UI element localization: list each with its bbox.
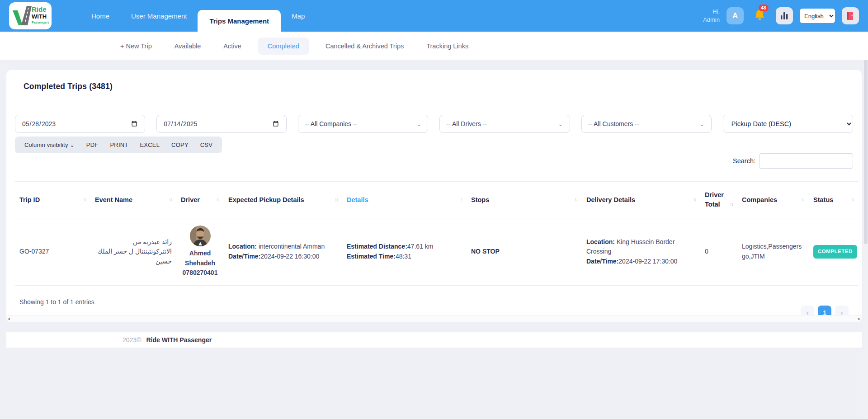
tab-available[interactable]: Available [168, 38, 208, 55]
sort-icon[interactable]: ↑↓ [851, 196, 854, 203]
trips-table: Trip ID↑↓ Event Name↑↓ Driver↑↓ Expected… [15, 181, 859, 286]
est-distance-label: Estimated Distance: [347, 243, 407, 250]
export-toolbar: Column visibility⌄ PDF PRINT EXCEL COPY … [15, 137, 853, 153]
logout-button[interactable] [842, 7, 859, 24]
search-row: Search: [15, 153, 853, 169]
sort-icon[interactable]: ↑↓ [801, 196, 804, 203]
date-from-input[interactable] [15, 115, 145, 133]
pdf-button[interactable]: PDF [80, 139, 104, 151]
page-title: Completed Trips (3481) [24, 82, 853, 91]
driver-photo-image [190, 226, 211, 246]
sort-icon[interactable]: ↑↓ [169, 196, 172, 203]
delivery-datetime-label: Date/Time: [586, 258, 618, 265]
col-header-companies[interactable]: Companies↑↓ [737, 182, 809, 218]
delivery-details-cell: Location: King Hussein Border Crossing D… [582, 218, 700, 286]
chevron-down-icon: ⌄ [699, 121, 705, 127]
table-footer: Showing 1 to 1 of 1 entries ‹ 1 › [15, 286, 853, 319]
tab-cancelled-archived[interactable]: Cancelled & Archived Trips [319, 38, 410, 55]
pickup-datetime-label: Date/Time: [228, 253, 260, 260]
date-to-input[interactable] [156, 115, 287, 133]
scroll-left-arrow-icon[interactable]: ◂ [8, 317, 10, 321]
excel-button[interactable]: EXCEL [134, 139, 165, 151]
chevron-down-icon: ⌄ [558, 121, 563, 127]
col-header-expected-pickup[interactable]: Expected Pickup Details↑↓ [224, 182, 342, 218]
col-header-details[interactable]: Details↑ [342, 182, 467, 218]
svg-text:Passengers: Passengers [32, 21, 49, 24]
user-avatar[interactable]: A [726, 7, 744, 24]
tab-tracking-links[interactable]: Tracking Links [420, 38, 475, 55]
notification-count-badge: 48 [759, 5, 769, 12]
top-navbar: Ride WITH Passengers Home User Managemen… [0, 0, 868, 32]
delivery-datetime-value: 2024-09-22 17:30:00 [618, 258, 677, 265]
sort-icon[interactable]: ↑↓ [693, 196, 696, 203]
vertical-scrollbar[interactable] [863, 32, 868, 419]
horizontal-scrollbar[interactable]: ◂ ▸ [6, 315, 862, 322]
app-logo[interactable]: Ride WITH Passengers [9, 2, 52, 29]
nav-item-home[interactable]: Home [80, 0, 120, 32]
sort-order-select[interactable]: Pickup Date (DESC) [723, 115, 853, 133]
driver-cell: Ahmed Shehadeh 0780270401 [176, 218, 224, 286]
filters-row: -- All Companies -- ⌄ -- All Drivers -- … [15, 115, 853, 133]
tab-completed[interactable]: Completed [258, 38, 309, 55]
column-visibility-button[interactable]: Column visibility⌄ [19, 139, 80, 151]
nav-item-trips-management[interactable]: Trips Management [198, 10, 281, 32]
trips-table-wrap: Trip ID↑↓ Event Name↑↓ Driver↑↓ Expected… [15, 181, 853, 286]
col-header-driver[interactable]: Driver↑↓ [176, 182, 224, 218]
scroll-right-arrow-icon[interactable]: ▸ [858, 317, 860, 321]
sort-asc-icon[interactable]: ↑ [461, 196, 462, 203]
language-select[interactable]: English [800, 9, 835, 23]
customers-filter-dropdown[interactable]: -- All Customers -- ⌄ [581, 115, 712, 133]
search-input[interactable] [759, 153, 853, 169]
topbar-right-cluster: Hi, Admin A 48 English [703, 0, 859, 32]
scrollbar-thumb[interactable] [864, 32, 868, 244]
completed-trips-card: Completed Trips (3481) -- All Companies … [6, 70, 862, 322]
col-header-status[interactable]: Status↑↓ [809, 182, 859, 218]
search-label: Search: [733, 157, 755, 165]
col-header-trip-id[interactable]: Trip ID↑↓ [15, 182, 90, 218]
csv-button[interactable]: CSV [194, 139, 218, 151]
sort-icon[interactable]: ↑↓ [574, 196, 577, 203]
driver-name: Ahmed Shehadeh [181, 249, 219, 268]
driver-photo[interactable] [190, 226, 211, 246]
customers-filter-value: -- All Customers -- [588, 120, 639, 127]
footer-brand: Ride WITH Passenger [146, 336, 212, 344]
companies-filter-dropdown[interactable]: -- All Companies -- ⌄ [298, 115, 428, 133]
drivers-filter-dropdown[interactable]: -- All Drivers -- ⌄ [439, 115, 570, 133]
print-button[interactable]: PRINT [104, 139, 134, 151]
status-badge: COMPLETED [813, 245, 857, 259]
greeting-text: Hi, Admin [703, 8, 720, 24]
sort-icon[interactable]: ↑↓ [335, 196, 338, 203]
companies-filter-value: -- All Companies -- [305, 120, 357, 127]
logout-door-icon [846, 11, 854, 20]
copy-button[interactable]: COPY [165, 139, 194, 151]
main-nav: Home User Management Trips Management Ma… [80, 0, 316, 32]
page-footer: 2023© Ride WITH Passenger [6, 332, 862, 348]
col-header-delivery-details[interactable]: Delivery Details↑↓ [582, 182, 700, 218]
est-distance-value: 47.61 km [407, 243, 434, 250]
expected-pickup-cell: Location: intercontinental Amman Date/Ti… [224, 218, 342, 286]
page-content: Completed Trips (3481) -- All Companies … [0, 60, 868, 348]
trip-id-cell: GO-07327 [15, 218, 90, 286]
pickup-datetime-value: 2024-09-22 16:30:00 [260, 253, 319, 260]
drivers-filter-value: -- All Drivers -- [446, 120, 486, 127]
nav-item-user-management[interactable]: User Management [120, 0, 198, 32]
stops-cell: NO STOP [467, 218, 582, 286]
table-row: GO-07327 رائد عبدربه من الانتركونتيننتال… [15, 218, 859, 286]
tab-active[interactable]: Active [217, 38, 248, 55]
col-header-driver-total[interactable]: Driver Total↑↓ [700, 182, 737, 218]
notifications-button[interactable]: 48 [754, 9, 765, 23]
pickup-location-label: Location: [228, 243, 257, 250]
status-cell: COMPLETED [809, 218, 859, 286]
tab-new-trip[interactable]: + New Trip [114, 38, 158, 55]
col-header-stops[interactable]: Stops↑↓ [467, 182, 582, 218]
footer-year: 2023© [123, 336, 141, 344]
sort-icon[interactable]: ↑↓ [83, 196, 86, 203]
col-header-event-name[interactable]: Event Name↑↓ [90, 182, 176, 218]
delivery-location-label: Location: [586, 238, 615, 245]
chevron-down-icon: ⌄ [416, 121, 422, 127]
nav-item-map[interactable]: Map [281, 0, 316, 32]
sort-icon[interactable]: ↑↓ [216, 196, 219, 203]
sort-icon[interactable]: ↑↓ [730, 201, 733, 208]
svg-text:WITH: WITH [32, 13, 47, 20]
stats-button[interactable] [776, 7, 793, 24]
